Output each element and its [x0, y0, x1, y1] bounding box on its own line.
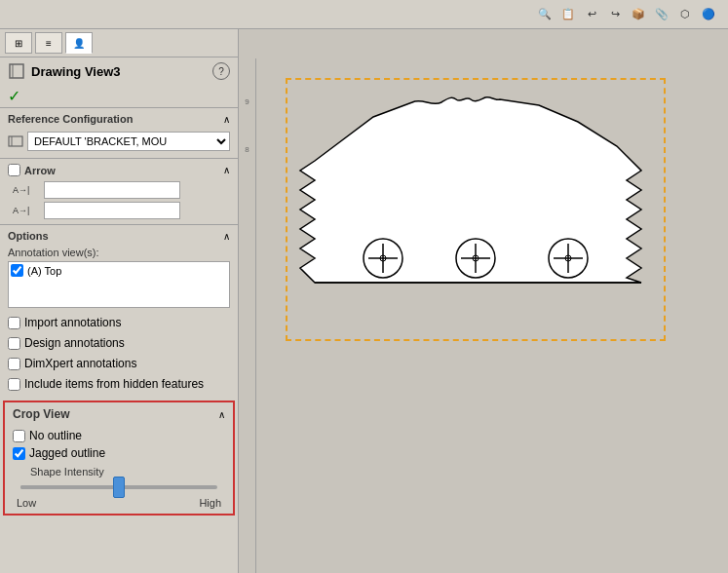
reference-config-select[interactable]: DEFAULT 'BRACKET, MOU: [27, 132, 230, 151]
undo-icon[interactable]: ↩: [582, 5, 601, 24]
arrow-inputs: A→| A→|: [8, 181, 230, 219]
ruler-mark-8: 8: [245, 145, 249, 154]
arrow-checkbox[interactable]: [8, 164, 20, 176]
annotation-top-label: (A) Top: [27, 265, 61, 277]
annotation-label: Annotation view(s):: [8, 247, 230, 258]
tab-grid[interactable]: ⊞: [5, 32, 32, 54]
annotation-item-top: (A) Top: [11, 264, 227, 277]
arrow-input-2[interactable]: [44, 202, 180, 219]
hidden-features-row: Include items from hidden features: [8, 375, 230, 393]
arrow-input-1[interactable]: [44, 181, 180, 199]
design-annotations-label: Design annotations: [24, 336, 125, 350]
slider-high-label: High: [199, 497, 221, 509]
link-icon[interactable]: 📎: [652, 5, 671, 24]
reference-config-title: Reference Configuration: [8, 113, 133, 125]
dimxpert-annotations-label: DimXpert annotations: [24, 357, 136, 370]
import-annotations-row: Import annotations: [8, 314, 230, 331]
no-outline-row: No outline: [13, 427, 225, 444]
arrow-section: Arrow ∧ A→| A→|: [0, 158, 238, 224]
svg-rect-2: [9, 136, 22, 146]
arrow-title: Arrow: [24, 165, 56, 176]
dimxpert-annotations-checkbox[interactable]: [8, 358, 20, 370]
arrow-input-row-2: A→|: [13, 202, 230, 219]
dimxpert-annotations-row: DimXpert annotations: [8, 355, 230, 372]
arrow-input-row-1: A→|: [13, 181, 230, 199]
slider-low-label: Low: [17, 497, 36, 509]
main-area: ⊞ ≡ 👤 Drawing View3 ? ✓ Reference Config…: [0, 29, 728, 573]
left-panel: ⊞ ≡ 👤 Drawing View3 ? ✓ Reference Config…: [0, 29, 239, 573]
design-annotations-row: Design annotations: [8, 334, 230, 352]
toolbar-icons: 🔍 📋 ↩ ↪ 📦 📎 ⬡ 🔵: [535, 5, 718, 24]
design-annotations-checkbox[interactable]: [8, 337, 20, 350]
drawing-view-icon: [8, 62, 25, 80]
jagged-outline-checkbox[interactable]: [13, 447, 25, 460]
reference-config-collapse[interactable]: ∧: [223, 114, 230, 125]
circle-icon[interactable]: 🔵: [699, 5, 718, 24]
tab-bar: ⊞ ≡ 👤: [0, 29, 238, 57]
drawing-area: [256, 29, 728, 573]
no-outline-label: No outline: [29, 429, 82, 442]
jagged-outline-label: Jagged outline: [29, 446, 105, 460]
canvas-area: 9 8: [239, 29, 728, 573]
copy-icon[interactable]: 📋: [558, 5, 578, 24]
ruler-mark-9: 9: [245, 97, 249, 106]
slider-container: [13, 485, 225, 489]
tab-list[interactable]: ≡: [35, 32, 62, 54]
search-icon[interactable]: 🔍: [535, 5, 555, 24]
slider-track: [20, 485, 217, 489]
annotation-list: (A) Top: [8, 261, 230, 308]
crop-view-section: Crop View ∧ No outline Jagged outline Sh…: [3, 401, 235, 516]
crop-view-header: Crop View ∧: [13, 407, 225, 421]
package-icon[interactable]: 📦: [629, 5, 648, 24]
tab-user[interactable]: 👤: [65, 32, 93, 54]
slider-thumb[interactable]: [113, 477, 125, 498]
options-section: Options ∧ Annotation view(s): (A) Top Im…: [0, 224, 238, 398]
hex-icon[interactable]: ⬡: [675, 5, 695, 24]
annotation-top-checkbox[interactable]: [11, 264, 23, 277]
reference-config-row: DEFAULT 'BRACKET, MOU: [8, 130, 230, 153]
arrow-section-header: Arrow ∧: [8, 164, 230, 176]
slider-labels: Low High: [13, 497, 225, 509]
no-outline-checkbox[interactable]: [13, 430, 25, 442]
top-toolbar: 🔍 📋 ↩ ↪ 📦 📎 ⬡ 🔵: [0, 0, 728, 29]
help-icon[interactable]: ?: [212, 62, 230, 80]
arrow-collapse[interactable]: ∧: [223, 165, 230, 175]
reference-config-section: Reference Configuration ∧ DEFAULT 'BRACK…: [0, 107, 238, 158]
hidden-features-label: Include items from hidden features: [24, 377, 204, 391]
ruler-left: 9 8: [239, 58, 256, 573]
import-annotations-label: Import annotations: [24, 316, 121, 329]
arrow-label-1: A→|: [13, 185, 40, 195]
confirm-checkmark[interactable]: ✓: [0, 85, 238, 107]
reference-config-header: Reference Configuration ∧: [8, 113, 230, 125]
config-icon: [8, 134, 23, 149]
arrow-label-2: A→|: [13, 206, 40, 215]
svg-rect-0: [10, 64, 23, 78]
options-title: Options: [8, 230, 49, 242]
panel-header: Drawing View3 ?: [0, 57, 238, 85]
redo-icon[interactable]: ↪: [605, 5, 625, 24]
options-section-header: Options ∧: [8, 230, 230, 242]
panel-title: Drawing View3: [31, 64, 207, 79]
crop-view-title: Crop View: [13, 407, 69, 421]
options-collapse[interactable]: ∧: [223, 231, 230, 242]
hidden-features-checkbox[interactable]: [8, 378, 20, 391]
import-options: Import annotations Design annotations Di…: [8, 314, 230, 393]
import-annotations-checkbox[interactable]: [8, 317, 20, 329]
crop-view-collapse[interactable]: ∧: [218, 409, 225, 420]
drawing-svg: [295, 88, 646, 322]
jagged-outline-row: Jagged outline: [13, 444, 225, 462]
